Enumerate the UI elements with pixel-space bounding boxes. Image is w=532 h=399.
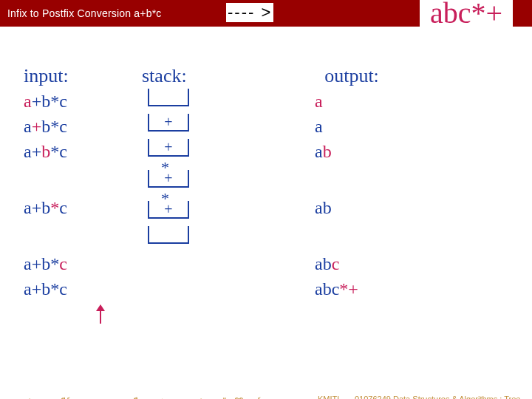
- content-area: input: a+b*c a+b*c a+b*c a+b*c a+b*c a+b…: [24, 59, 517, 369]
- input-row: a+b*c: [24, 276, 127, 301]
- stack-row: +*: [142, 170, 245, 195]
- input-row: a+b*c: [24, 139, 127, 189]
- title-arrow: ---- >: [226, 3, 273, 22]
- stack-row: [142, 89, 245, 114]
- input-column: input: a+b*c a+b*c a+b*c a+b*c a+b*c a+b…: [24, 65, 127, 301]
- footer-surname1: เครือตราชู: [126, 395, 163, 399]
- input-row: a+b*c: [24, 251, 127, 276]
- title-bar: Infix to Postfix Conversion a+b*c ---- >…: [0, 0, 532, 27]
- stack-row: +: [142, 114, 245, 139]
- output-row: ab: [278, 139, 426, 189]
- input-row: a+b*c: [24, 195, 127, 245]
- footer-org: KMITL: [318, 395, 341, 399]
- output-row: a: [278, 89, 426, 114]
- stack-column: stack: + +* +* +: [142, 65, 245, 251]
- input-row: a+b*c: [24, 114, 127, 139]
- output-header: output:: [278, 65, 426, 87]
- footer-author2: รศ. กฤตวัน ศิริบูรณ์: [192, 395, 261, 399]
- output-row: a: [278, 114, 426, 139]
- title-result: abc*+: [420, 0, 513, 30]
- output-column: output: a a ab ab abc abc*+: [278, 65, 426, 301]
- title-left: Infix to Postfix Conversion a+b*c: [0, 7, 162, 19]
- output-row: abc: [278, 251, 426, 276]
- output-row: abc*+: [278, 276, 426, 301]
- input-header: input:: [24, 65, 127, 87]
- footer-author1: รศ. ดร. บุญธีร์: [21, 395, 70, 399]
- stack-row: +*: [142, 139, 245, 164]
- stack-row: +: [142, 201, 245, 226]
- input-row: a+b*c: [24, 89, 127, 114]
- stack-row: [142, 226, 245, 251]
- output-row: ab: [278, 195, 426, 245]
- stack-header: stack:: [142, 65, 245, 87]
- footer-course: 01076249 Data Structures & Algorithms : …: [355, 395, 532, 399]
